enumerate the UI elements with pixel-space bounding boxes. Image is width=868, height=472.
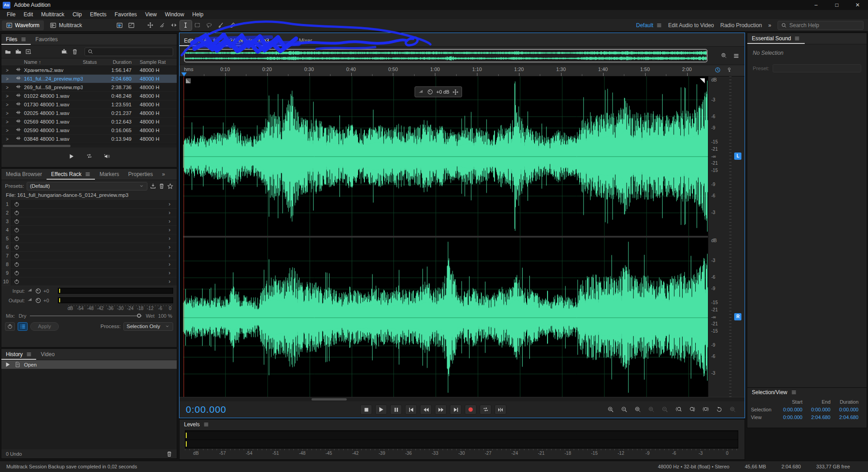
menu-help[interactable]: Help (188, 11, 208, 18)
zoom-in-button[interactable] (605, 405, 616, 414)
record-button[interactable] (465, 405, 476, 415)
workspace-overflow-button[interactable]: » (768, 22, 771, 29)
slot-power-icon[interactable] (11, 270, 22, 276)
duration-value[interactable]: 0:00.000 (830, 407, 859, 412)
timeline-ruler[interactable]: hms 0:100:200:300:400:501:001:101:201:30… (179, 65, 745, 76)
skip-end-button[interactable] (450, 405, 462, 415)
output-gain-knob[interactable] (35, 297, 41, 303)
expand-chevron-icon[interactable]: > (1, 76, 13, 81)
gain-hud[interactable]: +0 dB (415, 86, 462, 97)
file-row[interactable]: >02590 48000 1.wav0:16.06548000 H (1, 126, 177, 135)
tab-markers[interactable]: Markers (95, 169, 123, 180)
multitrack-view-button[interactable]: Multitrack (46, 20, 86, 30)
file-row[interactable]: >Хранитель2.wav1:56.14748000 H (1, 66, 177, 75)
expand-chevron-icon[interactable]: > (1, 102, 13, 107)
panel-menu-icon[interactable] (203, 422, 209, 428)
zoom-reset-button[interactable] (714, 405, 725, 414)
slot-power-icon[interactable] (11, 262, 22, 267)
expand-chevron-icon[interactable]: > (1, 111, 13, 116)
open-file-icon[interactable] (5, 49, 11, 55)
menu-view[interactable]: View (141, 11, 161, 18)
close-button[interactable]: ✕ (847, 0, 868, 10)
file-row[interactable]: >01730 48000 1.wav1:23.59148000 H (1, 100, 177, 109)
effect-slot[interactable]: 10› (1, 277, 177, 286)
slot-arrow-icon[interactable]: › (169, 201, 177, 207)
menu-edit[interactable]: Edit (19, 11, 37, 18)
pause-button[interactable] (390, 405, 402, 415)
slot-power-icon[interactable] (11, 236, 22, 242)
slot-arrow-icon[interactable]: › (169, 261, 177, 267)
maximize-button[interactable]: □ (826, 0, 847, 10)
navigator-menu-icon[interactable] (733, 53, 739, 59)
menu-file[interactable]: File (3, 11, 19, 18)
workspace-item-radio[interactable]: Radio Production (720, 22, 762, 29)
time-selection-tool[interactable] (180, 20, 192, 30)
delete-file-icon[interactable] (72, 49, 78, 55)
stop-button[interactable] (360, 405, 372, 415)
zoom-navigator[interactable] (184, 49, 708, 62)
start-value[interactable]: 0:00.000 (774, 415, 802, 420)
skip-start-button[interactable] (405, 405, 417, 415)
panel-menu-icon[interactable] (85, 172, 90, 177)
files-column-headers[interactable]: Name ↑ Status Duration Sample Rat (1, 58, 177, 66)
slot-power-icon[interactable] (11, 227, 22, 233)
workspace-selector[interactable]: Default (636, 22, 662, 29)
snap-clock-icon[interactable] (715, 67, 721, 73)
expand-chevron-icon[interactable]: > (1, 137, 13, 142)
file-row[interactable]: >01022 48000 1.wav0:48.24848000 H (1, 92, 177, 100)
lasso-selection-tool[interactable] (203, 20, 215, 30)
fade-out-handle[interactable] (700, 78, 705, 83)
tab-essential-sound[interactable]: Essential Sound (747, 33, 805, 44)
auto-play-button[interactable] (104, 153, 110, 159)
slot-power-icon[interactable] (11, 279, 22, 285)
slot-arrow-icon[interactable]: › (169, 210, 177, 216)
history-entry-open[interactable]: Open (1, 360, 177, 369)
waveform-view-button[interactable]: Waveform (2, 20, 44, 30)
menu-window[interactable]: Window (161, 11, 189, 18)
delete-preset-icon[interactable] (159, 183, 165, 189)
zoom-both-button[interactable] (700, 405, 711, 414)
rack-power-button[interactable] (5, 322, 15, 331)
slip-tool[interactable] (168, 20, 180, 30)
expand-chevron-icon[interactable]: > (1, 85, 13, 90)
start-value[interactable]: 0:00.000 (774, 407, 802, 412)
fast-forward-button[interactable] (435, 405, 447, 415)
slot-power-icon[interactable] (11, 253, 22, 259)
expand-chevron-icon[interactable]: > (1, 94, 13, 99)
navigator-zoom-icon[interactable] (721, 53, 727, 59)
zoom-sel-button[interactable] (632, 405, 643, 414)
play-button[interactable] (375, 405, 387, 415)
channel-badge-left[interactable]: L (734, 153, 741, 160)
tab-effects-rack[interactable]: Effects Rack (47, 169, 95, 180)
effect-slot[interactable]: 9› (1, 269, 177, 277)
zoom-out-button[interactable] (619, 405, 630, 414)
slot-arrow-icon[interactable]: › (169, 253, 177, 259)
expand-chevron-icon[interactable]: > (1, 68, 13, 73)
file-row[interactable]: >269_ful...58_preview.mp32:38.73648000 H (1, 83, 177, 92)
effect-slot[interactable]: 8› (1, 260, 177, 269)
expand-chevron-icon[interactable]: > (1, 119, 13, 124)
slot-arrow-icon[interactable]: › (169, 270, 177, 276)
paintbrush-tool[interactable] (215, 20, 227, 30)
expand-chevron-icon[interactable]: > (1, 128, 13, 133)
slot-power-icon[interactable] (11, 210, 22, 216)
mix-slider-handle[interactable] (137, 314, 141, 318)
slot-power-icon[interactable] (11, 201, 22, 207)
move-tool[interactable] (145, 20, 156, 30)
panel-menu-icon[interactable] (794, 36, 800, 42)
effect-slot[interactable]: 3› (1, 217, 177, 226)
slot-arrow-icon[interactable]: › (169, 235, 177, 242)
import-file-icon[interactable] (15, 49, 21, 55)
preview-loop-button[interactable] (86, 153, 92, 159)
effect-slot[interactable]: 5› (1, 234, 177, 243)
panel-menu-icon[interactable] (26, 352, 32, 358)
menu-clip[interactable]: Clip (68, 11, 86, 18)
tab-media-browser[interactable]: Media Browser (1, 169, 47, 180)
preset-dropdown[interactable]: (Default) (27, 182, 147, 191)
effect-slot[interactable]: 6› (1, 243, 177, 252)
files-hscrollbar[interactable] (1, 143, 177, 148)
effect-slot[interactable]: 7› (1, 252, 177, 260)
waveform-display[interactable]: +0 dB dB-3-6-9-15-21-∞-21-15-9-6-3dB-3-6… (179, 76, 745, 397)
slot-arrow-icon[interactable]: › (169, 218, 177, 224)
input-gain-knob[interactable] (35, 288, 41, 294)
